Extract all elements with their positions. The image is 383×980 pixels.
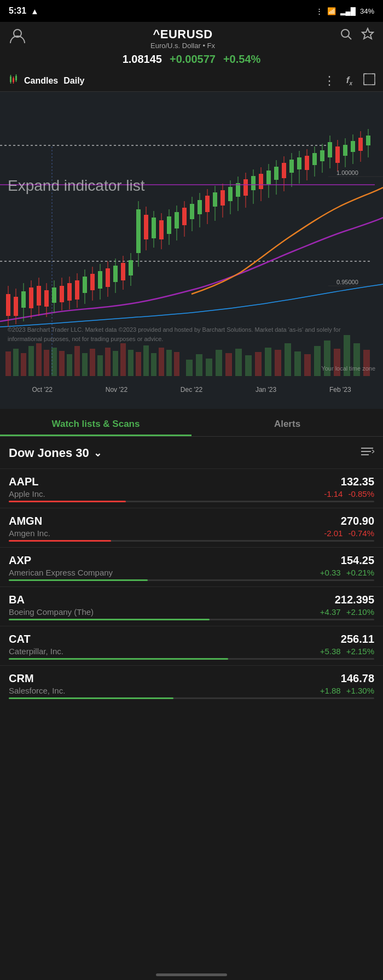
header-center: ^EURUSD Euro/U.s. Dollar • Fx xyxy=(26,27,339,50)
x-label-nov: Nov '22 xyxy=(106,386,127,394)
svg-rect-51 xyxy=(120,343,126,376)
chart-type-label[interactable]: Candles xyxy=(24,76,58,86)
stock-name: Caterpillar, Inc. xyxy=(9,647,63,656)
stock-row[interactable]: AMGN270.90Amgen Inc.-2.01-0.74% xyxy=(0,508,383,547)
stock-change-pct: +0.21% xyxy=(346,568,374,577)
svg-rect-130 xyxy=(251,176,256,190)
svg-rect-110 xyxy=(175,212,179,228)
svg-rect-124 xyxy=(228,187,233,201)
stock-price: 146.78 xyxy=(341,672,374,685)
watchlist-section: Dow Jones 30 ⌄ AAPL132.35Apple Inc.-1.14… xyxy=(0,437,383,705)
svg-rect-26 xyxy=(275,350,281,376)
svg-rect-49 xyxy=(105,348,111,376)
signal-icon: ▂▄█ xyxy=(340,7,356,15)
svg-rect-154 xyxy=(343,145,347,156)
svg-text:0.95000: 0.95000 xyxy=(336,279,358,285)
favorite-icon[interactable] xyxy=(361,27,374,44)
svg-rect-46 xyxy=(82,353,88,376)
price-change-pct: +0.54% xyxy=(223,53,260,66)
stock-row[interactable]: BA212.395Boeing Company (The)+4.37+2.10% xyxy=(0,586,383,626)
stock-name: Salesforce, Inc. xyxy=(9,686,65,695)
svg-rect-52 xyxy=(128,350,134,376)
x-label-oct: Oct '22 xyxy=(32,386,53,394)
svg-rect-53 xyxy=(136,352,141,376)
stock-row[interactable]: AXP154.25American Express Company+0.33+0… xyxy=(0,547,383,586)
stock-name: Apple Inc. xyxy=(9,489,45,498)
svg-rect-28 xyxy=(294,351,301,376)
stock-change-pct: +2.15% xyxy=(346,647,374,656)
svg-rect-104 xyxy=(152,218,156,238)
svg-rect-140 xyxy=(289,160,294,173)
svg-rect-156 xyxy=(351,141,355,152)
svg-rect-27 xyxy=(285,343,291,376)
wifi-icon: 📶 xyxy=(327,7,336,15)
svg-rect-10 xyxy=(15,76,17,80)
search-icon[interactable] xyxy=(339,27,352,44)
chart-more-options[interactable]: ⋮ xyxy=(323,74,335,88)
svg-rect-38 xyxy=(21,353,26,376)
svg-marker-3 xyxy=(362,28,373,39)
chart-type-icon[interactable] xyxy=(8,74,19,87)
user-icon[interactable] xyxy=(9,27,26,49)
svg-rect-114 xyxy=(190,204,194,219)
stock-header: ^EURUSD Euro/U.s. Dollar • Fx 1.08145 +0… xyxy=(0,22,383,70)
stock-row[interactable]: CAT256.11Caterpillar, Inc.+5.38+2.15% xyxy=(0,626,383,665)
svg-rect-134 xyxy=(266,171,271,184)
price-row: 1.08145 +0.00577 +0.54% xyxy=(9,53,374,66)
battery-text: 34% xyxy=(360,7,374,15)
chart-area[interactable]: O 1.07570 H 1.08383 L 1.07315 C 1.08146 … xyxy=(0,92,383,409)
stock-row[interactable]: AAPL132.35Apple Inc.-1.14-0.85% xyxy=(0,468,383,508)
svg-rect-98 xyxy=(129,260,133,275)
watchlist-title[interactable]: Dow Jones 30 ⌄ xyxy=(9,446,102,460)
stock-price: 256.11 xyxy=(341,633,374,645)
svg-rect-74 xyxy=(37,286,41,306)
svg-rect-19 xyxy=(206,359,212,376)
price-chart-svg: 1.00000 0.95000 xyxy=(0,92,383,409)
stock-ticker: AAPL xyxy=(9,476,38,488)
svg-rect-54 xyxy=(143,345,149,376)
svg-rect-41 xyxy=(44,350,49,376)
svg-rect-39 xyxy=(28,346,34,376)
watchlist-dropdown-icon[interactable]: ⌄ xyxy=(94,447,102,459)
tab-watchlists[interactable]: Watch lists & Scans xyxy=(0,409,192,436)
svg-rect-90 xyxy=(98,271,102,289)
stock-change-pct: +2.10% xyxy=(346,607,374,617)
home-bar xyxy=(156,973,227,976)
stock-change: +4.37 xyxy=(320,607,341,617)
svg-rect-24 xyxy=(255,352,262,376)
svg-rect-138 xyxy=(282,163,286,178)
tesla-icon: ▲ xyxy=(31,7,39,16)
svg-point-1 xyxy=(341,30,349,37)
chart-period[interactable]: Daily xyxy=(63,76,84,86)
svg-rect-48 xyxy=(97,355,103,376)
svg-rect-78 xyxy=(52,287,56,303)
svg-text:1.00000: 1.00000 xyxy=(336,169,358,176)
stock-price: 270.90 xyxy=(341,515,374,527)
svg-rect-82 xyxy=(67,283,72,301)
svg-rect-68 xyxy=(14,297,18,316)
svg-rect-40 xyxy=(36,343,42,376)
tab-alerts[interactable]: Alerts xyxy=(192,409,383,436)
svg-rect-7 xyxy=(13,78,14,82)
svg-rect-76 xyxy=(44,290,49,307)
svg-rect-20 xyxy=(216,350,222,376)
svg-rect-142 xyxy=(297,157,301,169)
svg-rect-108 xyxy=(167,216,171,234)
svg-rect-21 xyxy=(225,353,232,376)
svg-rect-72 xyxy=(29,287,33,308)
ticker-subtitle: Euro/U.s. Dollar • Fx xyxy=(26,42,339,50)
stock-row[interactable]: CRM146.78Salesforce, Inc.+1.88+1.30% xyxy=(0,665,383,705)
svg-rect-92 xyxy=(106,268,110,287)
stock-change: -2.01 xyxy=(324,529,343,538)
svg-rect-88 xyxy=(90,274,95,290)
stock-ticker: AMGN xyxy=(9,515,42,527)
svg-rect-94 xyxy=(113,266,118,282)
fullscreen-icon[interactable] xyxy=(363,73,375,88)
svg-rect-160 xyxy=(366,136,370,145)
svg-rect-84 xyxy=(75,280,79,300)
watchlist-sort-icon[interactable] xyxy=(360,445,374,461)
svg-rect-136 xyxy=(274,167,278,180)
stock-price: 154.25 xyxy=(341,554,374,567)
fx-button[interactable]: fx xyxy=(346,75,352,86)
svg-rect-42 xyxy=(51,348,57,376)
